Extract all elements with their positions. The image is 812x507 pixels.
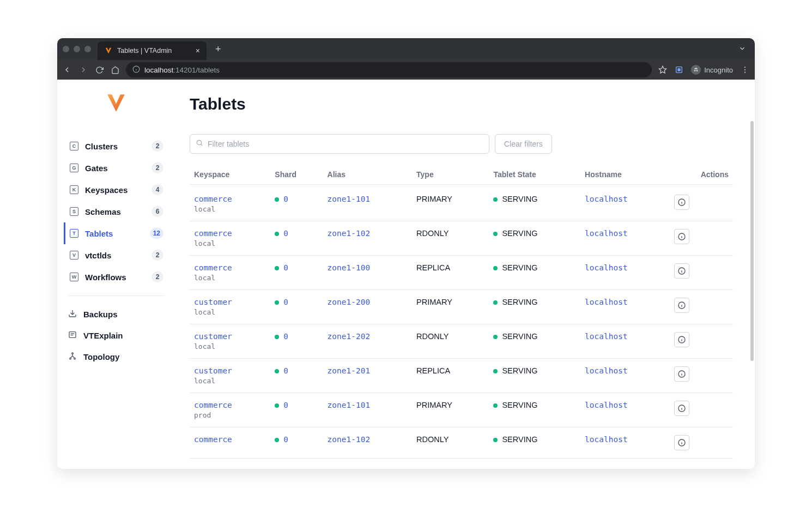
reload-button[interactable] <box>95 66 104 74</box>
shard-link[interactable]: 0 <box>283 263 288 272</box>
primary-nav: CClusters2GGates2KKeyspaces4SSchemas6TTa… <box>57 135 174 288</box>
back-button[interactable] <box>63 65 71 74</box>
row-info-button[interactable] <box>674 195 689 210</box>
alias-link[interactable]: zone1-200 <box>328 298 371 306</box>
tool-icon <box>68 330 77 341</box>
hostname-link[interactable]: localhost <box>585 332 628 341</box>
shard-link[interactable]: 0 <box>283 195 288 203</box>
shard-link[interactable]: 0 <box>283 435 288 444</box>
tab-title: Tablets | VTAdmin <box>117 47 191 55</box>
status-dot-icon <box>275 197 279 202</box>
row-info-button[interactable] <box>674 401 689 416</box>
omnibox[interactable]: localhost:14201/tablets <box>126 62 652 77</box>
status-dot-icon <box>275 266 279 270</box>
app-logo[interactable] <box>57 93 174 135</box>
table-row: customerlocal0zone1-200PRIMARYSERVINGloc… <box>190 290 733 324</box>
home-button[interactable] <box>111 66 119 74</box>
tab-close-icon[interactable]: × <box>196 47 200 55</box>
tool-label: VTExplain <box>83 331 123 340</box>
sidebar-item-tablets[interactable]: TTablets12 <box>64 222 168 244</box>
window-controls[interactable] <box>63 46 91 52</box>
incognito-indicator[interactable]: Incognito <box>691 65 733 75</box>
alias-link[interactable]: zone1-102 <box>328 229 371 238</box>
row-info-button[interactable] <box>674 366 689 382</box>
sidebar-item-clusters[interactable]: CClusters2 <box>64 135 168 157</box>
nav-count: 2 <box>152 141 163 152</box>
traffic-max[interactable] <box>84 46 91 52</box>
cluster-name: local <box>194 274 266 282</box>
sidebar-item-gates[interactable]: GGates2 <box>64 157 168 179</box>
keyspace-link[interactable]: commerce <box>194 435 266 444</box>
sidebar-tool-topology[interactable]: Topology <box>64 346 168 367</box>
keyspace-link[interactable]: commerce <box>194 401 266 409</box>
keyspace-link[interactable]: commerce <box>194 263 266 272</box>
keyspace-link[interactable]: commerce <box>194 229 266 238</box>
shard-link[interactable]: 0 <box>283 401 288 409</box>
table-row: customerlocal0zone1-202RDONLYSERVINGloca… <box>190 324 733 359</box>
type-value: PRIMARY <box>416 401 452 409</box>
col-type[interactable]: Type <box>412 165 489 185</box>
scrollbar[interactable] <box>750 121 754 361</box>
hostname-link[interactable]: localhost <box>585 263 628 272</box>
hostname-link[interactable]: localhost <box>585 435 628 444</box>
new-tab-button[interactable]: + <box>211 44 226 55</box>
sidebar-item-vtctlds[interactable]: Vvtctlds2 <box>64 244 168 266</box>
status-dot-icon <box>275 300 279 305</box>
shard-link[interactable]: 0 <box>283 366 288 375</box>
keyspace-link[interactable]: commerce <box>194 195 266 203</box>
row-info-button[interactable] <box>674 332 689 347</box>
shard-link[interactable]: 0 <box>283 332 288 341</box>
sidebar-item-schemas[interactable]: SSchemas6 <box>64 201 168 222</box>
hostname-link[interactable]: localhost <box>585 195 628 203</box>
hostname-link[interactable]: localhost <box>585 298 628 306</box>
traffic-min[interactable] <box>74 46 80 52</box>
alias-link[interactable]: zone1-101 <box>328 195 371 203</box>
row-info-button[interactable] <box>674 263 689 279</box>
type-value: PRIMARY <box>416 298 452 306</box>
alias-link[interactable]: zone1-201 <box>328 366 371 375</box>
sidebar-tool-vtexplain[interactable]: VTExplain <box>64 325 168 346</box>
col-keyspace[interactable]: Keyspace <box>190 165 270 185</box>
alias-link[interactable]: zone1-100 <box>328 263 371 272</box>
page-title: Tablets <box>190 95 733 113</box>
sidebar-item-keyspaces[interactable]: KKeyspaces4 <box>64 179 168 201</box>
svg-point-6 <box>694 70 696 71</box>
hostname-link[interactable]: localhost <box>585 366 628 375</box>
hostname-link[interactable]: localhost <box>585 229 628 238</box>
col-state[interactable]: Tablet State <box>489 165 580 185</box>
forward-button[interactable] <box>79 65 88 74</box>
keyspace-link[interactable]: customer <box>194 366 266 375</box>
sidebar-tool-backups[interactable]: Backups <box>64 304 168 325</box>
alias-link[interactable]: zone1-101 <box>328 401 371 409</box>
status-dot-icon <box>493 369 498 373</box>
tabstrip-menu-icon[interactable] <box>738 45 749 54</box>
site-info-icon[interactable] <box>132 65 140 75</box>
row-info-button[interactable] <box>674 298 689 313</box>
alias-link[interactable]: zone1-102 <box>328 435 371 444</box>
browser-menu-icon[interactable] <box>741 65 749 74</box>
nav-letter-icon: K <box>70 185 78 194</box>
filter-input[interactable] <box>208 140 483 148</box>
hostname-link[interactable]: localhost <box>585 401 628 409</box>
col-hostname[interactable]: Hostname <box>580 165 669 185</box>
shard-link[interactable]: 0 <box>283 229 288 238</box>
col-shard[interactable]: Shard <box>270 165 323 185</box>
col-alias[interactable]: Alias <box>323 165 412 185</box>
browser-tab[interactable]: Tablets | VTAdmin × <box>98 41 207 60</box>
clear-filters-button[interactable]: Clear filters <box>495 134 552 154</box>
extensions-icon[interactable] <box>675 65 683 74</box>
alias-link[interactable]: zone1-202 <box>328 332 371 341</box>
sidebar-item-workflows[interactable]: WWorkflows2 <box>64 266 168 288</box>
type-value: REPLICA <box>416 366 450 375</box>
row-info-button[interactable] <box>674 229 689 244</box>
filter-box[interactable] <box>190 134 489 154</box>
nav-count: 12 <box>150 228 163 239</box>
row-info-button[interactable] <box>674 435 689 450</box>
url-path: /tablets <box>196 66 220 74</box>
keyspace-link[interactable]: customer <box>194 298 266 306</box>
traffic-close[interactable] <box>63 46 69 52</box>
tool-label: Backups <box>83 310 118 319</box>
shard-link[interactable]: 0 <box>283 298 288 306</box>
keyspace-link[interactable]: customer <box>194 332 266 341</box>
bookmark-icon[interactable] <box>658 65 667 74</box>
